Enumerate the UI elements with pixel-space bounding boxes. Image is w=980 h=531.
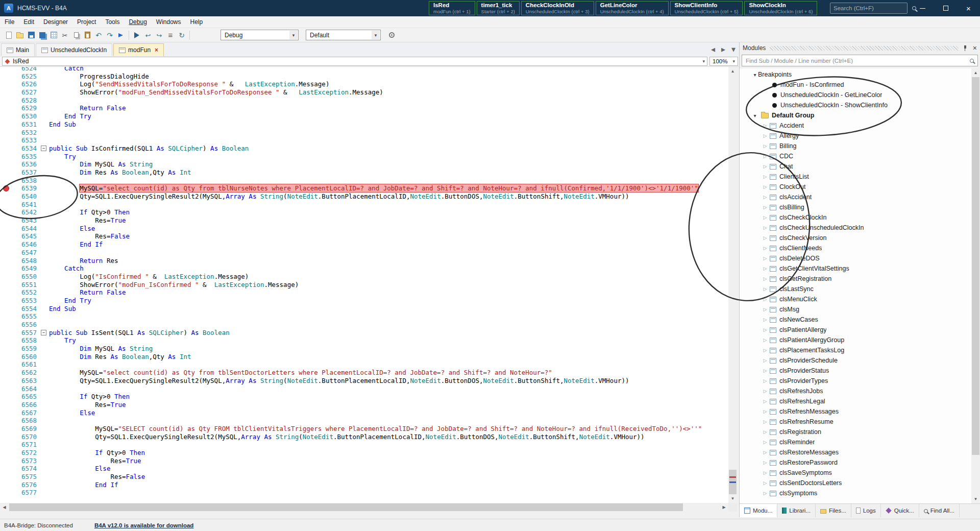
minimize-button[interactable]: [911, 0, 934, 16]
module-item-clsplacementtaskslog[interactable]: ▷clsPlacementTasksLog: [740, 345, 971, 355]
code-line-6572[interactable]: 6572 If Qty>0 Then: [0, 449, 728, 457]
module-item-clsaccident[interactable]: ▷clsAccident: [740, 192, 971, 202]
collapse-arrow-icon[interactable]: ▷: [762, 327, 768, 332]
collapse-arrow-icon[interactable]: ▷: [762, 184, 768, 189]
scroll-right-icon[interactable]: [720, 503, 728, 512]
next-sub-button[interactable]: [154, 30, 165, 41]
scroll-left-icon[interactable]: [0, 503, 9, 512]
code-line-6575[interactable]: 6575 Res=False: [0, 473, 728, 481]
scroll-down-icon[interactable]: [971, 495, 980, 503]
code-line-6546[interactable]: 6546 End If: [0, 240, 728, 249]
panel-scrollbar-thumb[interactable]: [972, 77, 979, 455]
module-item-clsdeletedos[interactable]: ▷clsDeleteDOS: [740, 253, 971, 263]
code-editor[interactable]: 6524 Catch6525 ProgressDialogHide6526 Lo…: [0, 67, 737, 512]
code-line-6541[interactable]: 6541: [0, 201, 728, 209]
collapse-arrow-icon[interactable]: ▷: [762, 133, 768, 138]
code-line-6564[interactable]: 6564: [0, 385, 728, 393]
build-settings-button[interactable]: [386, 30, 397, 41]
code-line-6542[interactable]: 6542 If Qty>0 Then: [0, 208, 728, 216]
build-config-combo[interactable]: Default: [306, 30, 381, 40]
module-item-clsgetregistration[interactable]: ▷clsGetRegistration: [740, 274, 971, 284]
code-line-6561[interactable]: 6561: [0, 360, 728, 369]
cut-button[interactable]: [59, 30, 70, 41]
panel-tab-files[interactable]: Files...: [816, 504, 851, 517]
code-line-6563[interactable]: 6563 Qty=SQL1.ExecQuerySingleResult2(MyS…: [0, 377, 728, 385]
tree-item-breakpoints-header[interactable]: ▾Breakpoints: [740, 69, 971, 80]
collapse-arrow-icon[interactable]: ▷: [762, 348, 768, 353]
module-item-clsrefreshjobs[interactable]: ▷clsRefreshJobs: [740, 386, 971, 396]
maximize-button[interactable]: [934, 0, 957, 16]
menu-item-project[interactable]: Project: [72, 16, 101, 28]
collapse-arrow-icon[interactable]: ▷: [762, 174, 768, 179]
designer-button[interactable]: [48, 30, 59, 41]
panel-tab-modules[interactable]: Modu...: [740, 504, 777, 517]
module-item-clsrestoremessages[interactable]: ▷clsRestoreMessages: [740, 447, 971, 457]
code-line-6569[interactable]: 6569 MySQL="SELECT count(id) as Qty FROM…: [0, 425, 728, 433]
pin-icon[interactable]: [963, 45, 968, 51]
tree-item-default-group[interactable]: ▾Default Group: [740, 110, 971, 120]
panel-vertical-scrollbar[interactable]: [971, 68, 980, 503]
code-line-6538[interactable]: 6538: [0, 177, 728, 185]
panel-close-icon[interactable]: ×: [973, 44, 977, 52]
menu-item-edit[interactable]: Edit: [19, 16, 39, 28]
code-line-6566[interactable]: 6566 Res=True: [0, 401, 728, 409]
module-item-clsproviderschedule[interactable]: ▷clsProviderSchedule: [740, 355, 971, 366]
collapse-arrow-icon[interactable]: ▷: [762, 491, 768, 496]
module-item-clsprovidertypes[interactable]: ▷clsProviderTypes: [740, 376, 971, 386]
code-line-6565[interactable]: 6565 If Qty>0 Then: [0, 393, 728, 401]
quick-button-checkclockinold[interactable]: CheckClockInOldUnscheduledClockIn (ctrl …: [521, 1, 594, 15]
panel-tab-libraries[interactable]: Librari...: [777, 504, 816, 517]
module-item-clslastsync[interactable]: ▷clsLastSync: [740, 284, 971, 294]
code-line-6531[interactable]: 6531End Sub: [0, 120, 728, 129]
quick-button-showclockin[interactable]: ShowClockInUnscheduledClockIn (ctrl + 6): [744, 1, 817, 15]
code-line-6559[interactable]: 6559 Dim MySQL As String: [0, 345, 728, 353]
code-line-6524[interactable]: 6524 Catch: [0, 67, 728, 73]
quick-button-getlinecolor[interactable]: GetLineColorUnscheduledClockIn (ctrl + 4…: [596, 1, 669, 15]
bookmark-button[interactable]: [115, 30, 127, 41]
collapse-arrow-icon[interactable]: ▷: [762, 460, 768, 465]
code-line-6529[interactable]: 6529 Return False: [0, 104, 728, 112]
collapse-arrow-icon[interactable]: ▷: [762, 215, 768, 220]
code-line-6528[interactable]: 6528: [0, 96, 728, 105]
code-line-6570[interactable]: 6570 Qty=SQL1.ExecQuerySingleResult2(MyS…: [0, 433, 728, 441]
menu-item-help[interactable]: Help: [186, 16, 208, 28]
tab-main[interactable]: Main: [1, 43, 35, 56]
collapse-arrow-icon[interactable]: ▷: [762, 205, 768, 210]
scroll-up-icon[interactable]: [728, 67, 737, 76]
panel-tab-logs[interactable]: Logs: [851, 504, 881, 517]
collapse-arrow-icon[interactable]: ▷: [762, 256, 768, 261]
collapse-arrow-icon[interactable]: ▷: [762, 235, 768, 240]
code-line-6567[interactable]: 6567 Else: [0, 409, 728, 417]
collapse-arrow-icon[interactable]: ▷: [762, 276, 768, 281]
code-line-6562[interactable]: 6562 MySQL="select count(id) as Qty from…: [0, 369, 728, 377]
previous-sub-button[interactable]: [142, 30, 154, 41]
code-line-6549[interactable]: 6549 Catch: [0, 264, 728, 273]
breakpoint-item-unscheduledclockin-showclientinfo[interactable]: UnscheduledClockIn - ShowClientInfo: [740, 100, 971, 110]
code-line-6560[interactable]: 6560 Dim Res As Boolean,Qty As Int: [0, 353, 728, 361]
modules-list-button[interactable]: [165, 30, 176, 41]
menu-item-file[interactable]: File: [0, 16, 19, 28]
code-line-6543[interactable]: 6543 Res=True: [0, 216, 728, 225]
breakpoint-dot[interactable]: [3, 185, 9, 191]
title-search-box[interactable]: [830, 3, 908, 14]
menu-item-designer[interactable]: Designer: [39, 16, 72, 28]
module-item-clsnewcases[interactable]: ▷clsNewCases: [740, 315, 971, 325]
collapse-arrow-icon[interactable]: ▷: [762, 419, 768, 424]
module-item-allergy[interactable]: ▷Allergy: [740, 131, 971, 141]
code-line-6577[interactable]: 6577: [0, 489, 728, 497]
collapse-arrow-icon[interactable]: ▷: [762, 409, 768, 414]
module-item-clockout[interactable]: ▷ClockOut: [740, 182, 971, 192]
scroll-down-icon[interactable]: [728, 494, 737, 503]
code-line-6551[interactable]: 6551 ShowError("modFun_IsConfirmed " & L…: [0, 281, 728, 289]
code-line-6534[interactable]: 6534−public Sub IsConfirmed(SQL1 As SQLC…: [0, 144, 728, 153]
previous-tab-icon[interactable]: [709, 45, 717, 53]
module-item-clsproviderstatus[interactable]: ▷clsProviderStatus: [740, 366, 971, 376]
code-line-6574[interactable]: 6574 Else: [0, 465, 728, 473]
code-line-6526[interactable]: 6526 Log("SendMissedVitalsForToDoRespons…: [0, 80, 728, 88]
code-line-6539[interactable]: 6539 MySQL="select count(id) as Qty from…: [0, 184, 728, 192]
module-search-box[interactable]: [742, 55, 978, 66]
code-line-6527[interactable]: 6527 ShowError("modFun_SendMissedVitalsF…: [0, 88, 728, 96]
fold-collapse-icon[interactable]: −: [41, 146, 46, 151]
code-line-6545[interactable]: 6545 Res=False: [0, 232, 728, 240]
collapse-arrow-icon[interactable]: ▷: [762, 164, 768, 169]
